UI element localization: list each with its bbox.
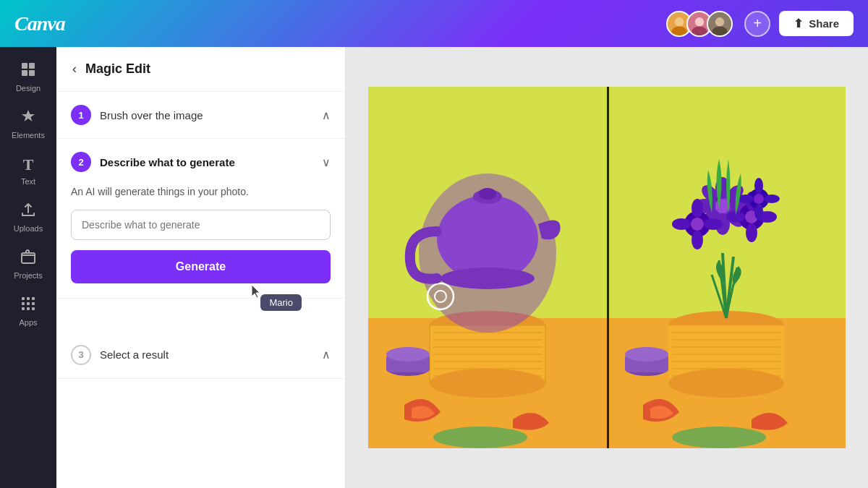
step-2-desc: An AI will generate things in your photo…: [71, 185, 331, 200]
sidebar-item-text[interactable]: T Text: [4, 148, 53, 192]
step-3-left: 3 Select a result: [71, 345, 169, 365]
sidebar-item-label: Elements: [12, 131, 45, 140]
left-canvas-svg: [368, 87, 607, 448]
cursor-icon: [250, 283, 264, 301]
svg-rect-19: [32, 302, 35, 305]
svg-point-41: [479, 188, 496, 200]
sidebar: Design Elements T Text Uploads: [0, 47, 56, 488]
svg-point-92: [754, 194, 764, 204]
step-1-title: Brush over the image: [100, 109, 203, 121]
mario-tooltip: Mario: [260, 294, 302, 311]
svg-point-86: [691, 218, 704, 231]
sidebar-item-design[interactable]: Design: [4, 54, 53, 98]
step-1-header[interactable]: 1 Brush over the image ∧: [56, 92, 345, 138]
svg-point-96: [672, 427, 766, 448]
share-button[interactable]: ⬆ Share: [779, 11, 854, 36]
avatar-3: [707, 11, 733, 37]
svg-point-91: [764, 194, 780, 203]
svg-rect-22: [32, 307, 35, 310]
magic-edit-panel: ‹ Magic Edit 1 Brush over the image ∧ 2 …: [56, 47, 346, 488]
sidebar-item-label: Projects: [14, 271, 43, 280]
svg-point-90: [738, 194, 754, 203]
step-2-title: Describe what to generate: [100, 156, 235, 168]
panel-header: ‹ Magic Edit: [56, 47, 345, 92]
step-3: 3 Select a result ∧: [56, 332, 345, 379]
canva-logo: Canva: [14, 12, 65, 35]
step-3-header[interactable]: 3 Select a result ∧: [56, 332, 345, 378]
elements-icon: [20, 108, 36, 128]
svg-rect-20: [22, 307, 25, 310]
svg-point-77: [746, 223, 757, 242]
svg-point-42: [441, 267, 535, 289]
svg-point-2: [672, 26, 687, 36]
sidebar-item-uploads[interactable]: Uploads: [4, 194, 53, 239]
design-icon: [20, 61, 36, 81]
back-button[interactable]: ‹: [71, 60, 78, 78]
app-header: Canva: [0, 0, 868, 47]
step-3-title: Select a result: [100, 348, 169, 361]
right-canvas-svg: [607, 87, 846, 448]
sidebar-item-label: Text: [21, 177, 35, 186]
canvas-content: [368, 87, 846, 448]
svg-point-89: [754, 204, 763, 220]
apps-icon: [20, 296, 36, 315]
generate-area: Generate Mario: [71, 240, 331, 283]
step-1-number: 1: [71, 105, 91, 125]
canvas-right[interactable]: [607, 87, 846, 448]
svg-rect-11: [22, 70, 27, 76]
svg-point-7: [715, 17, 724, 26]
add-collaborator-button[interactable]: +: [744, 11, 770, 37]
step-2-chevron: ∨: [322, 155, 331, 169]
sidebar-item-elements[interactable]: Elements: [4, 101, 53, 145]
step-2-number: 2: [71, 152, 91, 172]
step-2: 2 Describe what to generate ∨ An AI will…: [56, 139, 345, 299]
svg-point-83: [692, 231, 703, 249]
sidebar-item-label: Design: [16, 84, 41, 93]
svg-point-4: [695, 17, 704, 26]
svg-rect-17: [22, 302, 25, 305]
canvas-divider: [607, 87, 609, 448]
step-1: 1 Brush over the image ∧: [56, 92, 345, 139]
step-1-chevron: ∧: [322, 108, 331, 122]
main-content: Design Elements T Text Uploads: [0, 47, 868, 488]
prompt-input[interactable]: A bunch of purple flowers: [71, 210, 331, 240]
svg-point-84: [672, 218, 691, 230]
share-label: Share: [809, 17, 839, 30]
sidebar-item-label: Uploads: [14, 224, 43, 233]
step-1-left: 1 Brush over the image: [71, 105, 203, 125]
step-3-number: 3: [71, 345, 91, 365]
canvas-area: [346, 47, 868, 488]
uploads-icon: [20, 202, 36, 221]
svg-point-8: [712, 26, 728, 36]
svg-point-95: [625, 347, 668, 361]
step-3-chevron: ∧: [322, 348, 331, 361]
svg-point-45: [386, 347, 430, 361]
svg-point-35: [430, 369, 545, 398]
svg-point-85: [704, 218, 723, 230]
sidebar-item-projects[interactable]: Projects: [4, 241, 53, 286]
projects-icon: [20, 249, 36, 268]
step-2-content: An AI will generate things in your photo…: [56, 185, 345, 298]
svg-rect-10: [29, 63, 35, 69]
share-icon: ⬆: [793, 17, 803, 30]
svg-rect-9: [22, 63, 27, 69]
svg-rect-21: [27, 307, 30, 310]
svg-rect-15: [27, 297, 30, 300]
svg-rect-12: [29, 70, 35, 76]
svg-rect-14: [22, 297, 25, 300]
svg-point-88: [754, 178, 763, 194]
sidebar-item-label: Apps: [19, 318, 37, 327]
text-icon: T: [23, 155, 34, 174]
svg-point-82: [692, 199, 703, 218]
svg-point-46: [433, 427, 527, 448]
svg-rect-18: [27, 302, 30, 305]
canvas-left[interactable]: [368, 87, 607, 448]
svg-point-58: [668, 369, 784, 398]
header-actions: + ⬆ Share: [666, 11, 854, 37]
svg-point-5: [692, 26, 707, 36]
sidebar-item-apps[interactable]: Apps: [4, 288, 53, 333]
generate-button[interactable]: Generate: [71, 250, 331, 283]
svg-rect-16: [32, 297, 35, 300]
step-2-header[interactable]: 2 Describe what to generate ∨: [56, 139, 345, 185]
panel-title: Magic Edit: [85, 61, 150, 77]
